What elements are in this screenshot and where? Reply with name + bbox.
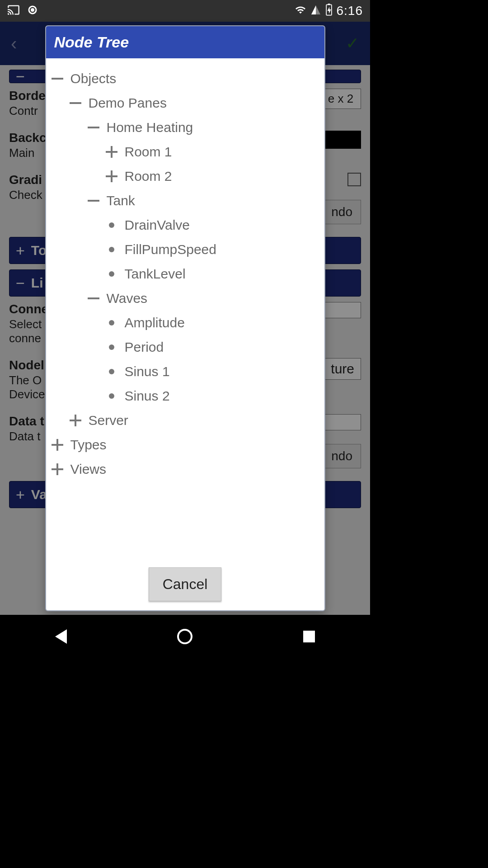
android-nav-bar xyxy=(0,615,370,658)
tree-node-drainvalve[interactable]: DrainValve xyxy=(105,213,320,237)
status-bar: 6:16 xyxy=(0,0,370,22)
leaf-icon xyxy=(105,369,118,374)
status-time: 6:16 xyxy=(337,4,363,18)
battery-charging-icon xyxy=(325,4,333,18)
tree-label: Room 1 xyxy=(125,144,172,160)
tree-label: Sinus 2 xyxy=(125,388,170,404)
tree-label: FillPumpSpeed xyxy=(125,242,216,257)
record-icon xyxy=(27,5,38,17)
collapse-icon[interactable] xyxy=(87,297,100,299)
leaf-icon xyxy=(105,222,118,228)
nav-home-icon[interactable] xyxy=(177,629,192,644)
expand-icon[interactable] xyxy=(51,463,64,475)
tree-node-room-1[interactable]: Room 1 xyxy=(105,140,320,164)
tree-node-home-heating[interactable]: Home Heating xyxy=(87,115,320,140)
modal-backdrop[interactable]: Node Tree Objects Demo Panes Home Heatin… xyxy=(0,22,370,615)
collapse-icon[interactable] xyxy=(69,102,82,104)
tree-node-demo-panes[interactable]: Demo Panes xyxy=(69,91,320,115)
collapse-icon[interactable] xyxy=(87,127,100,128)
tree-label: Demo Panes xyxy=(89,95,167,111)
tree-label: Waves xyxy=(107,291,148,306)
leaf-icon xyxy=(105,271,118,277)
dialog-title: Node Tree xyxy=(46,26,324,58)
collapse-icon[interactable] xyxy=(87,200,100,202)
nav-recent-icon[interactable] xyxy=(303,631,315,642)
collapse-icon[interactable] xyxy=(51,78,64,80)
tree-node-period[interactable]: Period xyxy=(105,335,320,359)
tree-node-types[interactable]: Types xyxy=(51,433,320,457)
tree-node-tank[interactable]: Tank xyxy=(87,189,320,213)
cancel-button[interactable]: Cancel xyxy=(149,567,222,601)
expand-icon[interactable] xyxy=(51,439,64,451)
tree-label: TankLevel xyxy=(125,266,186,282)
tree-container: Objects Demo Panes Home Heating Room 1 xyxy=(46,58,324,561)
expand-icon[interactable] xyxy=(105,146,118,158)
nav-back-icon[interactable] xyxy=(55,629,67,644)
tree-node-tanklevel[interactable]: TankLevel xyxy=(105,262,320,286)
tree-node-objects[interactable]: Objects xyxy=(51,66,320,91)
leaf-icon xyxy=(105,247,118,252)
leaf-icon xyxy=(105,393,118,399)
tree-label: Tank xyxy=(107,193,135,208)
tree-label: Views xyxy=(70,462,106,477)
tree-node-room-2[interactable]: Room 2 xyxy=(105,164,320,189)
tree-node-fillpumpspeed[interactable]: FillPumpSpeed xyxy=(105,237,320,262)
tree-node-amplitude[interactable]: Amplitude xyxy=(105,311,320,335)
tree-label: Home Heating xyxy=(107,120,193,135)
cast-icon xyxy=(7,4,20,18)
signal-icon xyxy=(310,5,321,17)
tree-node-server[interactable]: Server xyxy=(69,408,320,433)
wifi-icon xyxy=(294,5,307,17)
tree-node-sinus-1[interactable]: Sinus 1 xyxy=(105,359,320,384)
tree-label: DrainValve xyxy=(125,217,190,233)
tree-label: Types xyxy=(70,437,107,453)
tree-label: Server xyxy=(89,413,128,428)
svg-point-1 xyxy=(31,8,34,12)
leaf-icon xyxy=(105,344,118,350)
tree-node-waves[interactable]: Waves xyxy=(87,286,320,311)
tree-label: Objects xyxy=(70,71,117,86)
node-tree-dialog: Node Tree Objects Demo Panes Home Heatin… xyxy=(45,25,325,611)
tree-node-views[interactable]: Views xyxy=(51,457,320,481)
tree-label: Period xyxy=(125,340,164,355)
expand-icon[interactable] xyxy=(105,170,118,182)
tree-label: Amplitude xyxy=(125,315,185,330)
tree-label: Room 2 xyxy=(125,169,172,184)
tree-node-sinus-2[interactable]: Sinus 2 xyxy=(105,384,320,408)
expand-icon[interactable] xyxy=(69,415,82,426)
leaf-icon xyxy=(105,320,118,326)
tree-label: Sinus 1 xyxy=(125,364,170,379)
svg-rect-3 xyxy=(328,4,330,5)
